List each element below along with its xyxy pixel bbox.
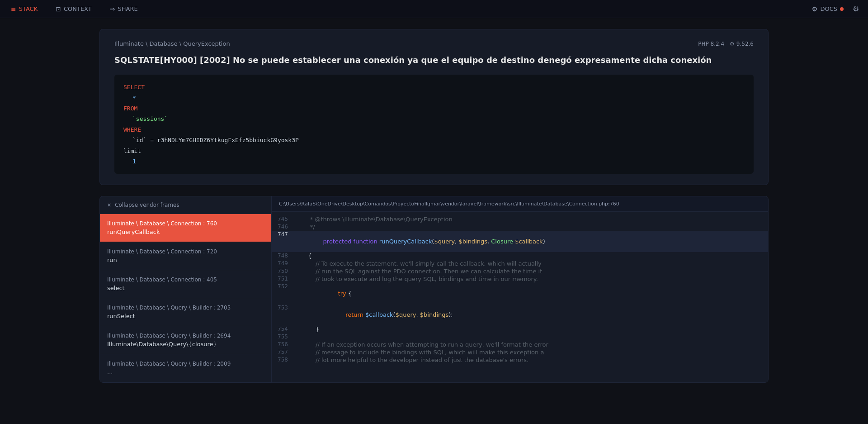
frame-class-2: Illuminate \ Database \ Connection : 405 bbox=[107, 276, 264, 283]
frame-item-3[interactable]: Illuminate \ Database \ Query \ Builder … bbox=[100, 298, 271, 326]
error-card: Illuminate \ Database \ QueryException P… bbox=[99, 29, 769, 185]
nav-stack[interactable]: ≡ STACK bbox=[7, 0, 41, 18]
frame-item-1[interactable]: Illuminate \ Database \ Connection : 720… bbox=[100, 242, 271, 270]
php-version: PHP 8.2.4 bbox=[698, 41, 724, 47]
nav-left: ≡ STACK ⊡ CONTEXT ⇒ SHARE bbox=[7, 0, 142, 18]
line-code-746: */ bbox=[293, 224, 768, 230]
line-code-754: } bbox=[293, 326, 768, 333]
line-code-756: // If an exception occurs when attemptin… bbox=[293, 341, 768, 348]
line-num-745: 745 bbox=[272, 216, 293, 223]
code-line-745: 745 * @throws \Illuminate\Database\Query… bbox=[272, 215, 768, 223]
nav-context[interactable]: ⊡ CONTEXT bbox=[52, 0, 95, 18]
nav-right: ⚙ DOCS ⚙ bbox=[812, 3, 861, 15]
sql-table-line: `sessions` bbox=[123, 114, 745, 124]
sql-table: `sessions` bbox=[132, 115, 168, 122]
frame-item-5[interactable]: Illuminate \ Database \ Query \ Builder … bbox=[100, 354, 271, 382]
sql-from-keyword: FROM bbox=[123, 105, 137, 112]
code-line-751: 751 // took to execute and log the query… bbox=[272, 275, 768, 283]
main-content: Illuminate \ Database \ QueryException P… bbox=[0, 18, 868, 394]
frame-method-2: select bbox=[107, 285, 264, 291]
ignition-icon: ⚙ bbox=[730, 41, 735, 47]
code-line-747: 747 protected function runQueryCallback(… bbox=[272, 231, 768, 252]
navbar: ≡ STACK ⊡ CONTEXT ⇒ SHARE ⚙ DOCS ⚙ bbox=[0, 0, 868, 18]
line-code-749: // To execute the statement, we'll simpl… bbox=[293, 260, 768, 267]
context-icon: ⊡ bbox=[56, 5, 61, 13]
frame-method-0: runQueryCallback bbox=[107, 229, 264, 235]
line-code-748: { bbox=[293, 252, 768, 259]
share-icon: ⇒ bbox=[110, 5, 115, 13]
line-num-757: 757 bbox=[272, 349, 293, 356]
sql-limit-val: 1 bbox=[132, 158, 136, 165]
docs-link[interactable]: ⚙ DOCS bbox=[812, 5, 844, 13]
sql-limit-val-line: 1 bbox=[123, 156, 745, 167]
frame-item-0[interactable]: Illuminate \ Database \ Connection : 760… bbox=[100, 214, 271, 242]
line-num-747: 747 bbox=[272, 231, 293, 252]
sql-where-keyword: WHERE bbox=[123, 126, 141, 133]
line-num-746: 746 bbox=[272, 224, 293, 230]
line-code-747: protected function runQueryCallback($que… bbox=[293, 231, 768, 252]
frame-item-2[interactable]: Illuminate \ Database \ Connection : 405… bbox=[100, 270, 271, 298]
collapse-vendor-button[interactable]: ✕ Collapse vendor frames bbox=[100, 196, 271, 214]
line-code-755 bbox=[293, 333, 768, 340]
frame-method-4: Illuminate\Database\Query\{closure} bbox=[107, 341, 264, 348]
frame-class-1: Illuminate \ Database \ Connection : 720 bbox=[107, 248, 264, 255]
code-line-755: 755 bbox=[272, 333, 768, 341]
sql-wildcard: * bbox=[132, 95, 136, 101]
collapse-vendor-label: Collapse vendor frames bbox=[115, 202, 179, 208]
share-label: SHARE bbox=[118, 5, 137, 12]
nav-share[interactable]: ⇒ SHARE bbox=[106, 0, 142, 18]
frame-class-4: Illuminate \ Database \ Query \ Builder … bbox=[107, 333, 264, 339]
code-line-750: 750 // run the SQL against the PDO conne… bbox=[272, 267, 768, 275]
frame-class-0: Illuminate \ Database \ Connection : 760 bbox=[107, 220, 264, 227]
line-num-755: 755 bbox=[272, 333, 293, 340]
line-num-753: 753 bbox=[272, 305, 293, 325]
code-line-758: 758 // lot more helpful to the developer… bbox=[272, 356, 768, 364]
collapse-icon: ✕ bbox=[107, 202, 111, 208]
stack-frames: ✕ Collapse vendor frames Illuminate \ Da… bbox=[100, 196, 272, 382]
sql-condition-line: `id` = r3hNDLYm7GHIDZ6YtkugFxEfz5bbiuckG… bbox=[123, 135, 745, 145]
line-num-750: 750 bbox=[272, 268, 293, 275]
error-card-header: Illuminate \ Database \ QueryException P… bbox=[114, 40, 754, 47]
sql-select-line: SELECT bbox=[123, 82, 745, 92]
line-code-745: * @throws \Illuminate\Database\QueryExce… bbox=[293, 216, 768, 223]
code-line-746: 746 */ bbox=[272, 223, 768, 231]
frame-item-4[interactable]: Illuminate \ Database \ Query \ Builder … bbox=[100, 326, 271, 354]
sql-select-keyword: SELECT bbox=[123, 84, 145, 91]
line-num-749: 749 bbox=[272, 260, 293, 267]
line-num-752: 752 bbox=[272, 283, 293, 304]
sql-condition: `id` = r3hNDLYm7GHIDZ6YtkugFxEfz5bbiuckG… bbox=[132, 137, 299, 143]
frame-method-3: runSelect bbox=[107, 313, 264, 319]
sql-wildcard-line: * bbox=[123, 93, 745, 103]
line-num-758: 758 bbox=[272, 357, 293, 363]
code-filepath: C:\Users\RafaS\OneDrive\Desktop\Comandos… bbox=[272, 196, 768, 212]
docs-label: DOCS bbox=[820, 5, 837, 12]
code-line-757: 757 // message to include the bindings w… bbox=[272, 348, 768, 356]
line-num-751: 751 bbox=[272, 276, 293, 282]
code-line-748: 748 { bbox=[272, 252, 768, 260]
sql-limit-line: limit bbox=[123, 146, 745, 156]
stack-icon: ≡ bbox=[11, 5, 16, 13]
frame-class-3: Illuminate \ Database \ Query \ Builder … bbox=[107, 305, 264, 311]
code-line-753: 753 return $callback($query, $bindings); bbox=[272, 304, 768, 325]
sql-block: SELECT * FROM `sessions` WHERE `id` = r3… bbox=[114, 75, 754, 174]
context-label: CONTEXT bbox=[64, 5, 92, 12]
frame-method-5: ... bbox=[107, 369, 264, 376]
code-line-749: 749 // To execute the statement, we'll s… bbox=[272, 260, 768, 267]
sql-limit-keyword: limit bbox=[123, 148, 141, 154]
line-code-752: try { bbox=[293, 283, 768, 304]
line-num-756: 756 bbox=[272, 341, 293, 348]
sql-where-line: WHERE bbox=[123, 124, 745, 135]
ignition-version: ⚙ 9.52.6 bbox=[730, 41, 754, 47]
docs-notification-dot bbox=[840, 7, 844, 11]
code-lines: 745 * @throws \Illuminate\Database\Query… bbox=[272, 212, 768, 367]
error-title: SQLSTATE[HY000] [2002] No se puede estab… bbox=[114, 54, 754, 66]
line-code-758: // lot more helpful to the developer ins… bbox=[293, 357, 768, 363]
stack-label: STACK bbox=[19, 5, 38, 12]
line-code-757: // message to include the bindings with … bbox=[293, 349, 768, 356]
line-num-754: 754 bbox=[272, 326, 293, 333]
line-code-751: // took to execute and log the query SQL… bbox=[293, 276, 768, 282]
error-meta: PHP 8.2.4 ⚙ 9.52.6 bbox=[698, 41, 754, 47]
line-code-750: // run the SQL against the PDO connectio… bbox=[293, 268, 768, 275]
stack-panel: ✕ Collapse vendor frames Illuminate \ Da… bbox=[99, 196, 769, 383]
settings-button[interactable]: ⚙ bbox=[851, 3, 861, 15]
